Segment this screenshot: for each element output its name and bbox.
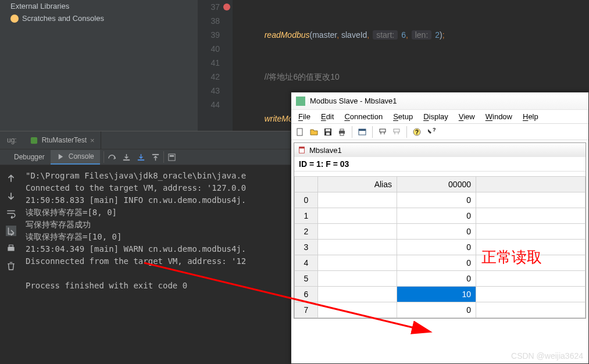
menu-help[interactable]: Help (518, 111, 543, 122)
cell-extra (476, 192, 586, 208)
table-row[interactable]: 70 (295, 302, 586, 318)
table-row[interactable]: 10 (295, 208, 586, 224)
mdi-titlebar[interactable]: Mbslave1 (294, 143, 586, 157)
tab-label: RtuMasterTest (42, 136, 87, 144)
table-row[interactable]: 20 (295, 224, 586, 240)
menu-view[interactable]: View (454, 111, 480, 122)
col-val[interactable]: 00000 (397, 177, 476, 192)
svg-rect-2 (138, 159, 144, 160)
whatsthis-icon[interactable]: ? (424, 126, 437, 138)
line-number: 43 (198, 84, 233, 98)
step-out-icon[interactable] (151, 153, 160, 162)
debug-run-tab[interactable]: RtuMasterTest × (24, 131, 101, 149)
breakpoint-icon[interactable] (223, 3, 230, 10)
svg-rect-17 (380, 129, 385, 132)
mdi-child-window[interactable]: Mbslave1 ID = 1: F = 03 Alias 00000 0010… (294, 142, 586, 319)
scroll-end-icon[interactable] (6, 226, 16, 236)
project-tree: External Libraries Scratches and Console… (0, 0, 198, 131)
trash-icon[interactable] (6, 260, 16, 271)
cell-value[interactable]: 0 (397, 255, 476, 271)
row-index: 2 (295, 224, 318, 240)
svg-rect-5 (170, 155, 174, 156)
step-into-icon[interactable] (122, 153, 131, 162)
new-icon[interactable] (294, 126, 306, 138)
connect-icon[interactable] (376, 126, 389, 138)
svg-rect-0 (31, 137, 37, 143)
svg-rect-11 (326, 133, 330, 135)
code-fn: readModbus (265, 30, 310, 40)
cell-extra (476, 224, 586, 240)
svg-rect-18 (394, 129, 399, 132)
cell-extra (476, 302, 586, 318)
annotation-text: 正常读取 (481, 247, 542, 267)
window-icon[interactable] (356, 126, 369, 138)
separator (163, 151, 164, 163)
cell-alias[interactable] (318, 208, 397, 224)
svg-rect-13 (340, 129, 344, 131)
menu-window[interactable]: Window (481, 111, 517, 122)
svg-text:?: ? (415, 129, 419, 135)
print-icon[interactable] (6, 243, 16, 254)
cell-alias[interactable] (318, 287, 397, 302)
up-icon[interactable] (6, 173, 16, 184)
cell-value[interactable]: 0 (397, 208, 476, 224)
cell-alias[interactable] (318, 271, 397, 287)
svg-rect-1 (123, 159, 130, 160)
cell-extra (476, 287, 586, 302)
svg-text:?: ? (433, 127, 435, 133)
tree-item-external-libraries[interactable]: External Libraries (0, 0, 198, 12)
evaluate-icon[interactable] (167, 153, 176, 162)
editor-gutter[interactable]: 37 38 39 40 41 42 43 44 (198, 0, 233, 131)
line-number: 38 (198, 14, 233, 28)
cell-value[interactable]: 0 (397, 271, 476, 287)
step-over-icon[interactable] (108, 153, 116, 162)
cell-value[interactable]: 10 (397, 287, 476, 302)
down-icon[interactable] (6, 191, 16, 201)
col-blank (295, 177, 318, 192)
cell-alias[interactable] (318, 302, 397, 318)
save-icon[interactable] (322, 126, 334, 138)
table-row[interactable]: 00 (295, 192, 586, 208)
code-comment: //将地址6的值更改10 (265, 72, 340, 81)
col-alias[interactable]: Alias (318, 177, 397, 192)
close-icon[interactable]: × (90, 136, 95, 145)
menu-edit[interactable]: Edit (316, 111, 338, 122)
modbus-slave-window[interactable]: Modbus Slave - Mbslave1 File Edit Connec… (291, 92, 589, 364)
disconnect-icon[interactable] (390, 126, 403, 138)
cell-alias[interactable] (318, 224, 397, 240)
wrap-icon[interactable] (6, 208, 16, 219)
row-index: 3 (295, 240, 318, 255)
cell-value[interactable]: 0 (397, 224, 476, 240)
row-index: 7 (295, 302, 318, 318)
window-titlebar[interactable]: Modbus Slave - Mbslave1 (291, 92, 588, 110)
cell-value[interactable]: 0 (397, 192, 476, 208)
table-row[interactable]: 50 (295, 271, 586, 287)
open-icon[interactable] (308, 126, 320, 138)
watermark: CSDN @weijia3624 (511, 351, 583, 361)
print-icon[interactable] (335, 126, 348, 138)
subtab-console[interactable]: Console (51, 150, 100, 165)
cell-value[interactable]: 0 (397, 240, 476, 255)
menu-setup[interactable]: Setup (388, 111, 417, 122)
scratches-icon (10, 15, 19, 23)
svg-rect-8 (297, 129, 302, 135)
step-into-force-icon[interactable] (137, 153, 145, 162)
cell-alias[interactable] (318, 255, 397, 271)
menu-connection[interactable]: Connection (340, 111, 387, 122)
debug-toolbar-vertical (0, 165, 22, 364)
tree-item-scratches[interactable]: Scratches and Consoles (0, 12, 198, 24)
table-row[interactable]: 610 (295, 287, 586, 302)
debug-label: ug: (0, 136, 24, 144)
separator (406, 126, 407, 138)
separator (372, 126, 373, 138)
subtab-debugger[interactable]: Debugger (8, 151, 51, 163)
run-icon (30, 136, 38, 145)
cell-value[interactable]: 0 (397, 302, 476, 318)
menu-file[interactable]: File (294, 111, 315, 122)
cell-alias[interactable] (318, 192, 397, 208)
cell-alias[interactable] (318, 240, 397, 255)
line-number: 39 (198, 28, 233, 42)
play-icon (56, 152, 65, 161)
help-icon[interactable]: ? (410, 126, 423, 138)
menu-display[interactable]: Display (419, 111, 453, 122)
